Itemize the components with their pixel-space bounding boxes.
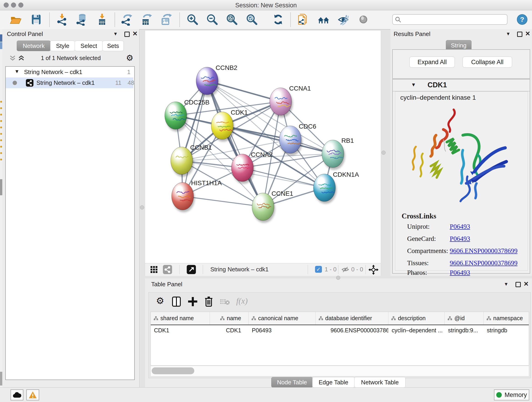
collapse-all-button[interactable]: Collapse All — [462, 57, 512, 68]
crosslink-uniprot-link[interactable]: P06493 — [450, 223, 470, 230]
crosslink-compartments-link[interactable]: 9606.ENSP00000378699 — [450, 247, 518, 255]
network-edge[interactable] — [183, 81, 207, 196]
delete-column-icon[interactable] — [204, 296, 214, 307]
import-network-from-database-button[interactable] — [75, 13, 88, 26]
help-button[interactable]: ? — [516, 13, 528, 26]
results-panel-float-icon[interactable] — [517, 32, 522, 37]
network-row-selected[interactable]: String Network – cdk1 11 48 — [6, 77, 133, 88]
cloud-status-button[interactable] — [11, 389, 23, 400]
detach-view-icon[interactable] — [187, 265, 196, 274]
cytoscape-window: Session: New Session — [0, 0, 532, 402]
column-header[interactable]: canonical name — [249, 312, 316, 325]
node-label: CCNA2 — [251, 151, 273, 158]
refresh-button[interactable] — [272, 13, 284, 26]
network-canvas[interactable]: CCNB2CCNA1CDC25BCDK1CDC6RB1CCNB1CCNA2CDK… — [145, 31, 381, 263]
table-panel-float-icon[interactable] — [515, 282, 521, 287]
gene-section-header[interactable]: ▼ CDK1 — [393, 80, 530, 91]
column-header[interactable]: database identifier — [316, 312, 388, 325]
crosslink-genecard-link[interactable]: P06493 — [450, 235, 470, 242]
birdseye-share-icon[interactable] — [163, 265, 172, 274]
home-pair-button[interactable] — [317, 13, 330, 26]
gene-expander-icon[interactable]: ▼ — [411, 82, 416, 88]
results-panel-close-icon[interactable]: ✕ — [525, 30, 530, 37]
memory-button[interactable]: Memory — [494, 389, 529, 400]
tab-network-table[interactable]: Network Table — [354, 377, 405, 388]
warning-status-button[interactable] — [26, 389, 39, 400]
network-edge[interactable] — [207, 81, 263, 207]
column-header[interactable]: @id — [445, 312, 484, 325]
save-session-button[interactable] — [30, 13, 42, 26]
import-network-button[interactable] — [56, 13, 68, 26]
network-collection-row[interactable]: ▼ String Network – cdk1 1 — [6, 67, 133, 77]
control-panel-menu-icon[interactable]: ▾ — [114, 31, 117, 37]
splitter-handle-left[interactable] — [140, 205, 144, 210]
column-header[interactable]: namespace — [484, 312, 529, 325]
column-header[interactable]: shared name — [151, 312, 210, 325]
node-label: CDK1 — [231, 109, 248, 116]
results-panel: Results Panel ▾ ✕ String Expand All Coll… — [390, 29, 532, 276]
control-panel-float-icon[interactable] — [124, 32, 130, 37]
network-node-CCNB1[interactable] — [171, 147, 193, 174]
toolbar-separator — [114, 13, 115, 27]
table-panel-close-icon[interactable]: ✕ — [524, 280, 529, 288]
table-panel-menu-icon[interactable]: ▾ — [505, 281, 507, 287]
tab-select[interactable]: Select — [75, 41, 103, 51]
table-row[interactable]: CDK1 CDK1 P06493 9606.ENSP00000378699 cy… — [151, 325, 529, 335]
string-document-icon — [297, 13, 309, 26]
network-node-count: 11 — [115, 79, 121, 86]
export-network-button[interactable] — [120, 13, 133, 26]
tab-sets[interactable]: Sets — [102, 41, 124, 51]
control-panel-title: Control Panel — [7, 31, 43, 38]
zoom-fit-button[interactable] — [226, 13, 238, 26]
create-column-icon[interactable] — [188, 297, 198, 307]
network-node-HIST1H1A[interactable] — [172, 182, 194, 210]
houses-icon — [317, 13, 330, 26]
splitter-handle-right[interactable] — [381, 151, 386, 155]
table-options-gear-icon[interactable]: ⚙ — [156, 297, 164, 305]
zoom-out-button[interactable] — [206, 13, 218, 26]
crosslink-tissues-link[interactable]: 9606.ENSP00000378699 — [450, 259, 518, 267]
tab-node-table[interactable]: Node Table — [271, 377, 313, 388]
network-node-CDC25B[interactable] — [165, 102, 187, 129]
table-hscrollbar[interactable] — [151, 366, 529, 376]
network-node-CDC6[interactable] — [279, 126, 301, 153]
open-session-button[interactable] — [9, 13, 22, 26]
column-header[interactable]: description — [388, 312, 445, 325]
open-in-string-button[interactable] — [297, 13, 309, 26]
network-node-CCNA1[interactable] — [270, 88, 292, 115]
export-table-button[interactable] — [140, 13, 152, 26]
expand-all-button[interactable]: Expand All — [409, 57, 455, 68]
results-panel-menu-icon[interactable]: ▾ — [507, 31, 510, 37]
tab-network[interactable]: Network — [17, 41, 51, 51]
grid-view-icon[interactable] — [150, 266, 158, 274]
hide-unhide-button[interactable] — [337, 13, 350, 26]
network-node-CDK1[interactable] — [211, 112, 233, 139]
collection-expander-icon[interactable]: ▼ — [14, 69, 19, 75]
gene-detail-box: cyclin–dependent kinase 1 — [395, 91, 528, 271]
import-network-icon — [56, 13, 68, 26]
results-buttons-box: Expand All Collapse All — [392, 49, 530, 79]
node-table[interactable]: shared name name canonical name database… — [151, 312, 529, 366]
import-table-button[interactable] — [96, 13, 108, 26]
gray-sphere-button[interactable] — [357, 13, 370, 26]
selected-checkbox-icon[interactable]: ✓ — [315, 266, 322, 273]
network-share-icon — [26, 79, 33, 87]
zoom-selected-button[interactable] — [246, 13, 258, 26]
hidden-eye-icon[interactable] — [341, 266, 349, 273]
tab-edge-table[interactable]: Edge Table — [312, 377, 355, 388]
splitter-handle-bottom[interactable] — [336, 276, 340, 280]
zoom-in-button[interactable] — [186, 13, 199, 26]
hscrollbar-thumb[interactable] — [152, 367, 194, 374]
toolbar-separator — [179, 13, 180, 27]
export-image-button[interactable] — [159, 13, 172, 26]
network-view[interactable]: CCNB2CCNA1CDC25BCDK1CDC6RB1CCNB1CCNA2CDK… — [145, 31, 381, 276]
network-options-gear-icon[interactable]: ⚙ — [126, 54, 133, 62]
network-node-RB1[interactable] — [322, 140, 344, 167]
crosslink-pharos-link[interactable]: P06493 — [450, 269, 470, 276]
search-input[interactable] — [392, 14, 507, 25]
column-header[interactable]: name — [210, 312, 249, 325]
fit-content-crosshair-icon[interactable] — [368, 265, 379, 275]
tab-style[interactable]: Style — [50, 41, 75, 51]
control-panel-close-icon[interactable]: ✕ — [133, 30, 138, 37]
show-columns-icon[interactable] — [172, 297, 182, 307]
